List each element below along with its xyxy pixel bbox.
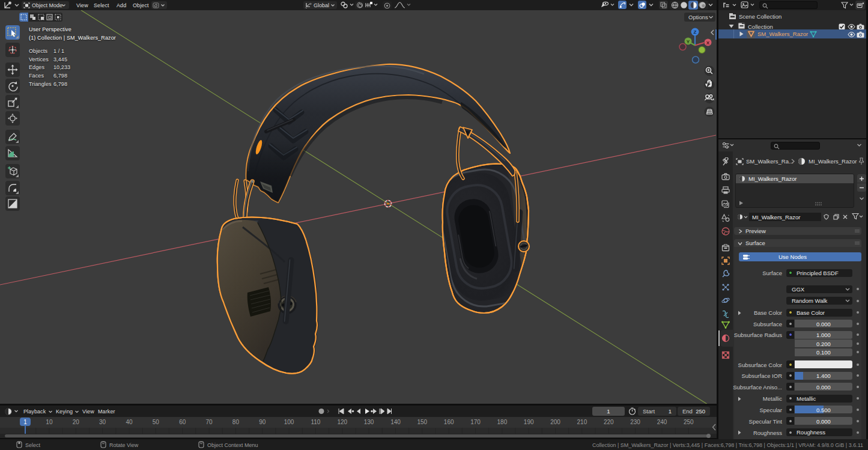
svg-text:100: 100 bbox=[284, 419, 294, 425]
svg-text:140: 140 bbox=[390, 419, 401, 425]
svg-text:Z: Z bbox=[694, 29, 697, 35]
svg-text:80: 80 bbox=[232, 419, 240, 425]
svg-text:30: 30 bbox=[99, 419, 106, 425]
svg-text:90: 90 bbox=[259, 419, 266, 425]
svg-text:X: X bbox=[706, 40, 710, 46]
svg-text:240: 240 bbox=[657, 419, 667, 425]
svg-text:160: 160 bbox=[444, 419, 454, 425]
svg-text:130: 130 bbox=[364, 419, 374, 425]
svg-text:170: 170 bbox=[470, 419, 481, 425]
svg-text:180: 180 bbox=[497, 419, 508, 425]
svg-text:20: 20 bbox=[73, 419, 80, 425]
svg-text:Y: Y bbox=[687, 39, 690, 44]
svg-text:10: 10 bbox=[46, 419, 53, 425]
svg-text:230: 230 bbox=[630, 419, 640, 425]
svg-text:50: 50 bbox=[153, 419, 160, 425]
svg-text:70: 70 bbox=[206, 419, 213, 425]
svg-text:150: 150 bbox=[417, 419, 427, 425]
svg-text:1: 1 bbox=[23, 419, 27, 425]
svg-text:60: 60 bbox=[179, 419, 186, 425]
svg-text:250: 250 bbox=[684, 419, 694, 425]
svg-text:220: 220 bbox=[604, 419, 614, 425]
svg-text:210: 210 bbox=[577, 419, 587, 425]
svg-text:120: 120 bbox=[337, 419, 347, 425]
svg-text:110: 110 bbox=[311, 419, 320, 425]
svg-text:40: 40 bbox=[126, 419, 133, 425]
svg-text:190: 190 bbox=[524, 419, 534, 425]
svg-text:200: 200 bbox=[550, 419, 560, 425]
